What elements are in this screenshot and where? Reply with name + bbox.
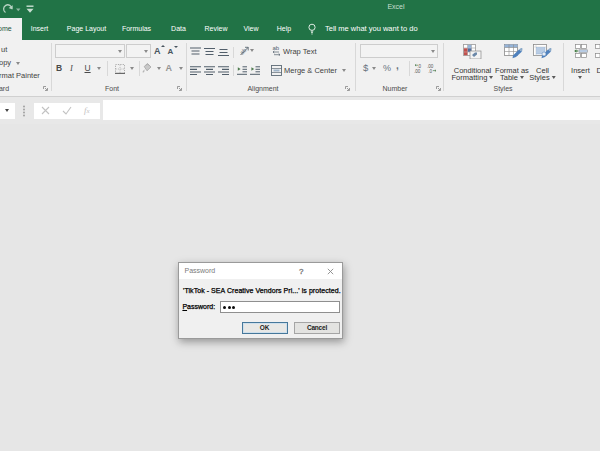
svg-text:.00: .00 <box>414 69 421 73</box>
svg-text:ab: ab <box>273 45 280 51</box>
svg-text:ab: ab <box>238 47 247 56</box>
svg-text:.0: .0 <box>428 69 432 73</box>
